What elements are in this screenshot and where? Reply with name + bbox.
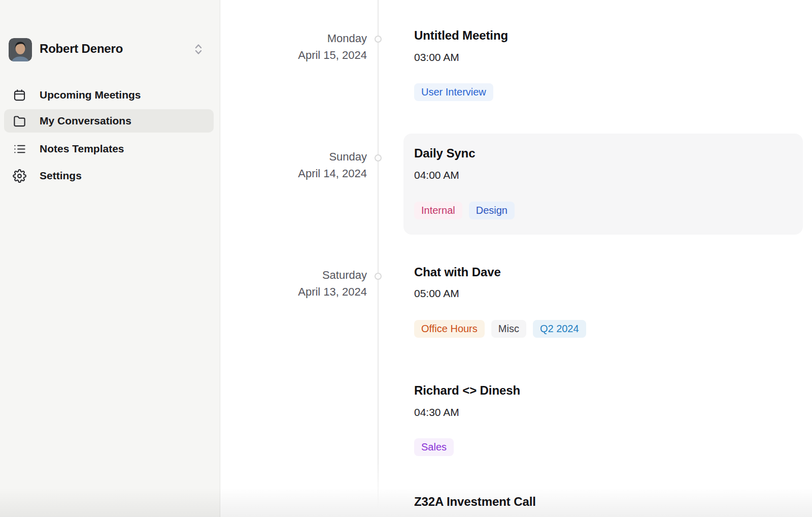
meeting-title[interactable]: Untitled Meeting (414, 27, 508, 44)
meeting-title[interactable]: Z32A Investment Call (414, 494, 536, 510)
sidebar: Robert Denero Upcoming Meetings (0, 0, 220, 517)
date-full: April 15, 2024 (223, 48, 367, 62)
list-icon (13, 142, 26, 156)
meeting-title[interactable]: Daily Sync (414, 145, 475, 161)
calendar-icon (13, 88, 26, 102)
date-full: April 13, 2024 (223, 285, 367, 299)
sidebar-item-settings[interactable]: Settings (4, 164, 214, 187)
sidebar-item-label: Notes Templates (40, 142, 124, 155)
account-switcher[interactable]: Robert Denero (0, 33, 220, 66)
tag-q2-2024[interactable]: Q2 2024 (533, 320, 586, 338)
tag-row: Office Hours Misc Q2 2024 (414, 320, 586, 338)
tag-row: User Interview (414, 83, 493, 101)
user-name: Robert Denero (40, 42, 123, 56)
meeting-title[interactable]: Chat with Dave (414, 264, 501, 280)
timeline-dot (375, 154, 382, 161)
meeting-time: 04:00 AM (414, 169, 459, 182)
meeting-time: 03:00 AM (414, 51, 459, 64)
sidebar-item-upcoming-meetings[interactable]: Upcoming Meetings (4, 83, 214, 107)
tag-design[interactable]: Design (469, 202, 515, 219)
meeting-title[interactable]: Richard <> Dinesh (414, 382, 520, 399)
tag-row: Internal Design (414, 202, 515, 219)
sidebar-item-notes-templates[interactable]: Notes Templates (4, 137, 214, 160)
date-full: April 14, 2024 (223, 167, 367, 180)
date-day: Monday (223, 31, 367, 45)
sidebar-item-label: My Conversations (40, 114, 131, 127)
tag-office-hours[interactable]: Office Hours (414, 320, 485, 338)
meeting-time: 04:30 AM (414, 406, 459, 419)
date-day: Sunday (223, 150, 367, 164)
timeline-dot (375, 273, 382, 280)
tag-sales[interactable]: Sales (414, 438, 454, 456)
tag-user-interview[interactable]: User Interview (414, 83, 493, 101)
timeline-line (378, 0, 379, 509)
tag-internal[interactable]: Internal (414, 202, 462, 219)
tag-misc[interactable]: Misc (491, 320, 526, 338)
meeting-time: 05:00 AM (414, 287, 459, 300)
sidebar-item-label: Settings (40, 169, 82, 182)
tag-row: Sales (414, 438, 454, 456)
date-day: Saturday (223, 268, 367, 282)
sidebar-item-label: Upcoming Meetings (40, 88, 141, 102)
avatar (9, 38, 32, 61)
timeline-dot (375, 36, 382, 43)
app-window: Robert Denero Upcoming Meetings (0, 0, 812, 517)
folder-icon (13, 114, 26, 128)
gear-icon (13, 169, 26, 183)
sidebar-item-my-conversations[interactable]: My Conversations (4, 109, 214, 133)
chevron-updown-icon (192, 42, 205, 57)
